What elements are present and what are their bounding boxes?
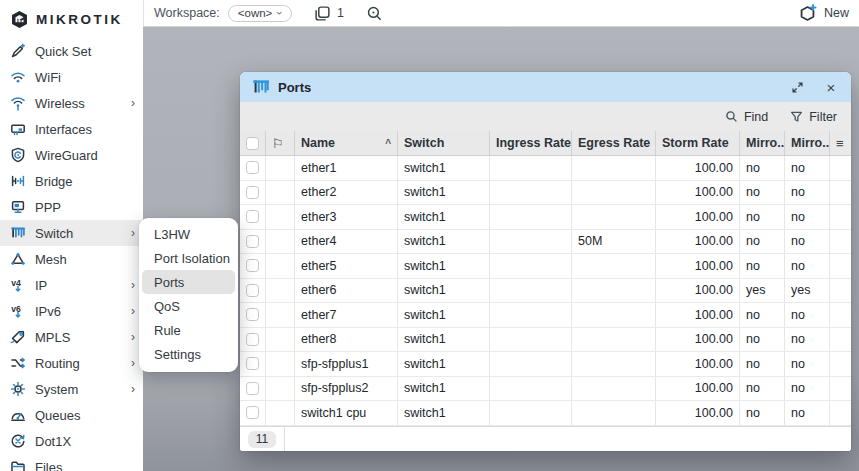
row-checkbox-cell (240, 230, 266, 254)
filter-button[interactable]: Filter (790, 110, 837, 124)
cell-mirror_in: no (740, 156, 785, 180)
row-checkbox[interactable] (246, 333, 259, 346)
mesh-icon (9, 251, 26, 268)
sidebar-item-wireless[interactable]: Wireless› (0, 90, 143, 116)
row-checkbox[interactable] (246, 382, 259, 395)
row-flag-cell (266, 181, 295, 205)
sidebar-item-switch[interactable]: Switch› (0, 220, 143, 246)
submenu-item-l3hw[interactable]: L3HW (142, 222, 235, 246)
column-header-ingress[interactable]: Ingress Rate (490, 131, 572, 155)
sidebar-item-dot1x[interactable]: Dot1X (0, 428, 143, 454)
open-windows-icon[interactable] (314, 4, 332, 22)
column-header-mirror_out[interactable]: Mirro... (785, 131, 830, 155)
submenu-item-rule[interactable]: Rule (142, 318, 235, 342)
row-checkbox[interactable] (246, 308, 259, 321)
close-icon[interactable]: × (823, 79, 839, 95)
cell-switch: switch1 (398, 352, 490, 376)
table-row-ether4[interactable]: ether4switch150M100.00nono (240, 230, 851, 255)
select-all-checkbox-cell[interactable] (240, 131, 266, 155)
cell-name: ether6 (295, 279, 398, 303)
column-header-label: Egress Rate (578, 136, 650, 150)
column-header-label: Name (301, 136, 335, 150)
find-button[interactable]: Find (725, 110, 768, 124)
search-icon[interactable] (366, 4, 384, 22)
submenu-item-ports[interactable]: Ports (142, 270, 235, 294)
table-row-switch1-cpu[interactable]: switch1 cpuswitch1100.00nono (240, 401, 851, 426)
sidebar-item-bridge[interactable]: Bridge (0, 168, 143, 194)
sidebar-item-mpls[interactable]: MPLS› (0, 324, 143, 350)
row-flag-cell (266, 401, 295, 425)
flag-column-header[interactable]: ⚐ (266, 131, 295, 155)
select-all-checkbox[interactable] (246, 137, 259, 150)
cell-name: ether7 (295, 303, 398, 327)
column-settings-button[interactable]: ≡ (830, 131, 849, 155)
sidebar-item-wifi[interactable]: WiFi (0, 64, 143, 90)
window-statusbar: 11 (240, 426, 851, 451)
ipv6-icon: v6 (9, 303, 26, 320)
table-row-sfp-sfpplus1[interactable]: sfp-sfpplus1switch1100.00nono (240, 352, 851, 377)
cell-switch: switch1 (398, 230, 490, 254)
column-header-name[interactable]: Name^ (295, 131, 398, 155)
sidebar-item-queues[interactable]: Queues (0, 402, 143, 428)
column-header-egress[interactable]: Egress Rate (572, 131, 656, 155)
row-checkbox[interactable] (246, 406, 259, 419)
ports-window-titlebar[interactable]: Ports × (240, 72, 851, 102)
row-checkbox[interactable] (246, 186, 259, 199)
row-checkbox[interactable] (246, 210, 259, 223)
table-row-ether1[interactable]: ether1switch1100.00nono (240, 156, 851, 181)
chevron-right-icon: › (131, 305, 135, 317)
workspace-select[interactable]: <own> › (228, 5, 292, 22)
row-flag-cell (266, 352, 295, 376)
sidebar-item-ppp[interactable]: PPP (0, 194, 143, 220)
column-menu-icon: ≡ (836, 136, 844, 151)
find-search-icon (725, 110, 738, 123)
cell-ingress (490, 303, 572, 327)
sidebar-item-interfaces[interactable]: Interfaces (0, 116, 143, 142)
cell-mirror_out: no (785, 181, 830, 205)
table-row-ether5[interactable]: ether5switch1100.00nono (240, 254, 851, 279)
table-row-ether6[interactable]: ether6switch1100.00yesyes (240, 279, 851, 304)
sidebar-item-wireguard[interactable]: WireGuard (0, 142, 143, 168)
table-row-ether2[interactable]: ether2switch1100.00nono (240, 181, 851, 206)
submenu-item-port-isolation[interactable]: Port Isolation (142, 246, 235, 270)
row-checkbox[interactable] (246, 284, 259, 297)
cell-mirror_out: yes (785, 279, 830, 303)
row-end-cell (830, 230, 849, 254)
table-row-ether8[interactable]: ether8switch1100.00nono (240, 328, 851, 353)
sidebar-item-files[interactable]: Files (0, 454, 143, 471)
column-header-mirror_in[interactable]: Mirro... (740, 131, 785, 155)
table-body: ether1switch1100.00nonoether2switch1100.… (240, 156, 851, 426)
sidebar-item-mesh[interactable]: Mesh (0, 246, 143, 272)
row-checkbox[interactable] (246, 357, 259, 370)
row-checkbox[interactable] (246, 259, 259, 272)
wireless-icon (9, 95, 26, 112)
sidebar-item-quick-set[interactable]: Quick Set (0, 38, 143, 64)
row-end-cell (830, 401, 849, 425)
submenu-item-qos[interactable]: QoS (142, 294, 235, 318)
maximize-icon[interactable] (789, 79, 805, 95)
cell-mirror_out: no (785, 156, 830, 180)
row-checkbox[interactable] (246, 161, 259, 174)
sidebar-item-routing[interactable]: Routing› (0, 350, 143, 376)
sidebar-item-ipv6[interactable]: v6IPv6› (0, 298, 143, 324)
sidebar-item-system[interactable]: System› (0, 376, 143, 402)
row-flag-cell (266, 328, 295, 352)
row-count-cell: 11 (240, 427, 285, 451)
sidebar-item-label: Files (35, 460, 62, 471)
row-checkbox[interactable] (246, 235, 259, 248)
sidebar-item-ip[interactable]: v4IP› (0, 272, 143, 298)
sidebar-item-label: Routing (35, 356, 80, 371)
top-toolbar: Workspace: <own> › 1 New (143, 0, 859, 27)
table-row-ether3[interactable]: ether3switch1100.00nono (240, 205, 851, 230)
column-header-storm[interactable]: Storm Rate (656, 131, 740, 155)
cell-switch: switch1 (398, 328, 490, 352)
table-row-sfp-sfpplus2[interactable]: sfp-sfpplus2switch1100.00nono (240, 377, 851, 402)
chevron-right-icon: › (131, 227, 135, 239)
sidebar-item-label: IPv6 (35, 304, 61, 319)
cell-egress (572, 279, 656, 303)
new-window-button[interactable]: New (798, 4, 849, 23)
row-end-cell (830, 181, 849, 205)
table-row-ether7[interactable]: ether7switch1100.00nono (240, 303, 851, 328)
column-header-switch[interactable]: Switch (398, 131, 490, 155)
submenu-item-settings[interactable]: Settings (142, 342, 235, 366)
